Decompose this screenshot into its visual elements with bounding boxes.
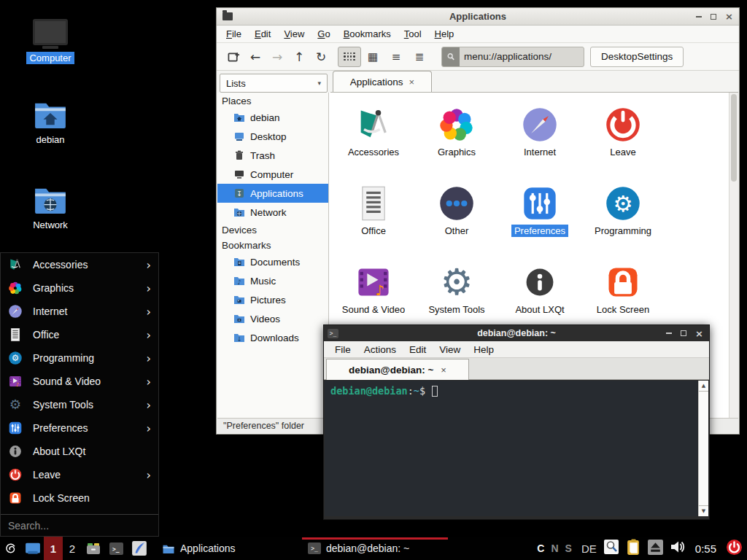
terminal-titlebar[interactable]: >_ debian@debian: ~ × <box>324 325 709 341</box>
show-desktop-icon <box>25 542 41 556</box>
grid-item-system-tools[interactable]: ⚙ System Tools <box>415 263 498 316</box>
menu-actions[interactable]: Actions <box>357 343 403 357</box>
grid-item-office[interactable]: Office <box>332 184 415 237</box>
numlock-indicator[interactable]: N <box>551 542 558 554</box>
sidebar-item-network[interactable]: Network <box>217 203 328 222</box>
combo-value: Lists <box>226 78 246 89</box>
sidebar-item-documents[interactable]: Documents <box>217 252 328 271</box>
new-tab-button[interactable] <box>222 47 244 67</box>
main-menu-popup: Accessories › Graphics › Internet › Offi… <box>0 252 159 537</box>
menu-go[interactable]: Go <box>311 26 336 42</box>
lists-combobox[interactable]: Lists ▾ <box>220 74 328 93</box>
scrollbar-handle[interactable] <box>731 94 737 182</box>
menu-file[interactable]: File <box>328 343 357 357</box>
up-button[interactable]: ↑ <box>288 47 310 67</box>
grid-item-leave[interactable]: Leave <box>581 106 665 158</box>
scroll-down-icon[interactable]: ▼ <box>699 505 708 516</box>
sidebar-item-debian[interactable]: debian <box>217 108 328 127</box>
capslock-indicator[interactable]: C <box>537 542 544 554</box>
quicklaunch-featherpad[interactable] <box>127 537 152 560</box>
menu-item-leave[interactable]: Leave › <box>1 463 158 486</box>
desktop-settings-button[interactable]: DesktopSettings <box>590 47 684 67</box>
sidebar-item-computer[interactable]: Computer <box>217 165 328 184</box>
task-button-terminal[interactable]: >_ debian@debian: ~ <box>302 537 448 560</box>
task-button-applications[interactable]: Applications <box>156 537 302 560</box>
sidebar-item-trash[interactable]: Trash <box>217 146 328 165</box>
tab-close-icon[interactable]: × <box>441 365 446 376</box>
scroll-up-icon[interactable]: ▲ <box>699 381 708 392</box>
menu-search-input[interactable] <box>8 520 151 532</box>
tab-applications[interactable]: Applications × <box>333 71 432 92</box>
main-menu-button[interactable] <box>0 537 22 560</box>
thumbnail-view-button[interactable]: ▦ <box>361 47 384 67</box>
show-desktop-button[interactable] <box>22 537 44 560</box>
menu-bookmarks[interactable]: Bookmarks <box>337 26 398 42</box>
icon-view-button[interactable] <box>338 47 361 67</box>
clipboard-tray-icon[interactable] <box>626 539 641 559</box>
menu-item-about-lxqt[interactable]: About LXQt <box>1 440 158 463</box>
menu-item-internet[interactable]: Internet › <box>1 300 158 323</box>
menu-edit[interactable]: Edit <box>403 343 433 357</box>
leave-power-button[interactable] <box>726 539 743 559</box>
compact-view-button[interactable]: ≡ <box>384 47 408 67</box>
terminal-tab[interactable]: debian@debian: ~ × <box>326 359 469 380</box>
menu-view[interactable]: View <box>277 26 311 42</box>
grid-item-programming[interactable]: ⚙ Programming <box>581 184 665 237</box>
sidebar-item-downloads[interactable]: ↓ Downloads <box>217 328 328 347</box>
menu-edit[interactable]: Edit <box>248 26 277 42</box>
fm-titlebar[interactable]: Applications × <box>217 8 739 26</box>
workspace-1-button[interactable]: 1 <box>44 537 63 560</box>
grid-item-lock-screen[interactable]: Lock Screen <box>581 263 665 316</box>
menu-item-system-tools[interactable]: ⚙ System Tools › <box>1 393 158 416</box>
clock[interactable]: 0:55 <box>695 542 716 555</box>
terminal-scrollbar[interactable]: ▲ ▼ <box>698 381 708 516</box>
refresh-button[interactable]: ↻ <box>310 47 332 67</box>
quicklaunch-file-manager[interactable] <box>82 537 105 560</box>
sidebar-item-applications[interactable]: ↧ Applications <box>217 184 328 203</box>
svg-text:⚙: ⚙ <box>441 263 473 301</box>
grid-item-about-lxqt[interactable]: About LXQt <box>498 263 581 316</box>
desktop-icon-network[interactable]: Network <box>14 186 87 231</box>
removable-media-tray-icon[interactable] <box>648 540 663 558</box>
menu-item-sound-video[interactable]: ♪ Sound & Video › <box>1 370 158 393</box>
volume-tray-icon[interactable] <box>670 540 686 557</box>
tab-close-icon[interactable]: × <box>409 77 415 88</box>
grid-item-preferences[interactable]: Preferences <box>498 184 581 237</box>
back-button[interactable]: ← <box>244 47 266 67</box>
fm-vertical-scrollbar[interactable] <box>729 93 738 418</box>
sidebar-item-videos[interactable]: Videos <box>217 309 328 328</box>
menu-item-accessories[interactable]: Accessories › <box>1 253 158 276</box>
grid-item-graphics[interactable]: Graphics <box>415 106 498 158</box>
sidebar-item-pictures[interactable]: Pictures <box>217 290 328 309</box>
scrolllock-indicator[interactable]: S <box>565 542 572 554</box>
sidebar-item-desktop[interactable]: Desktop <box>217 127 328 146</box>
grid-item-internet[interactable]: Internet <box>498 106 581 158</box>
grid-item-accessories[interactable]: Accessories <box>332 106 415 158</box>
menu-view[interactable]: View <box>433 343 467 357</box>
quicklaunch-terminal[interactable]: >_ <box>105 537 127 560</box>
terminal-output[interactable]: debian@debian:~$ <box>325 381 698 516</box>
desktop-icon-debian[interactable]: debian <box>14 101 87 146</box>
sound-video-icon: ♪ <box>355 263 392 301</box>
menu-item-preferences[interactable]: Preferences › <box>1 416 158 440</box>
grid-item-sound-video[interactable]: ♪ Sound & Video <box>332 263 415 316</box>
menu-tool[interactable]: Tool <box>398 26 428 42</box>
menu-help[interactable]: Help <box>467 343 500 357</box>
menu-item-office[interactable]: Office › <box>1 323 158 346</box>
menu-item-graphics[interactable]: Graphics › <box>1 276 158 300</box>
workspace-2-button[interactable]: 2 <box>63 537 82 560</box>
forward-button[interactable]: → <box>266 47 288 67</box>
desktop-icon-computer[interactable]: Computer <box>14 19 87 64</box>
detailed-view-button[interactable]: ≣ <box>408 47 431 67</box>
grid-view-icon <box>344 52 355 61</box>
menu-item-lock-screen[interactable]: Lock Screen <box>1 486 158 510</box>
screenshot-tray-icon[interactable] <box>603 539 619 558</box>
menu-help[interactable]: Help <box>428 26 461 42</box>
menu-item-programming[interactable]: ⚙ Programming › <box>1 346 158 370</box>
menu-file[interactable]: File <box>220 26 248 42</box>
about-icon <box>521 263 559 301</box>
keyboard-layout-indicator[interactable]: DE <box>581 542 597 555</box>
address-bar[interactable]: menu://applications/ <box>441 47 584 67</box>
sidebar-item-music[interactable]: ♪ Music <box>217 271 328 290</box>
grid-item-other[interactable]: Other <box>415 184 498 237</box>
